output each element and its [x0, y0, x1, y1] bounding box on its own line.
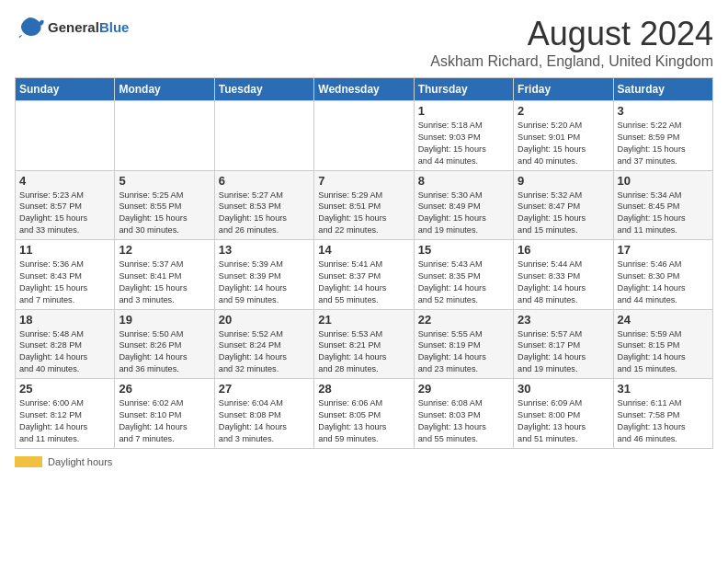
- day-info: Sunrise: 5:23 AM Sunset: 8:57 PM Dayligh…: [19, 190, 110, 237]
- logo: GeneralBlue: [15, 15, 129, 40]
- day-number: 25: [19, 382, 110, 396]
- day-number: 10: [618, 174, 709, 188]
- legend-label: Daylight hours: [48, 456, 112, 467]
- calendar-day-header: Thursday: [414, 78, 513, 101]
- day-number: 5: [119, 174, 210, 188]
- calendar-body: 1Sunrise: 5:18 AM Sunset: 9:03 PM Daylig…: [16, 101, 713, 449]
- day-info: Sunrise: 5:22 AM Sunset: 8:59 PM Dayligh…: [618, 120, 709, 167]
- logo-bird-icon: [15, 15, 44, 40]
- day-number: 26: [119, 382, 210, 396]
- calendar-day-cell: 15Sunrise: 5:43 AM Sunset: 8:35 PM Dayli…: [414, 240, 513, 310]
- day-number: 8: [418, 174, 509, 188]
- calendar-day-cell: 7Sunrise: 5:29 AM Sunset: 8:51 PM Daylig…: [314, 170, 414, 240]
- day-info: Sunrise: 5:44 AM Sunset: 8:33 PM Dayligh…: [518, 259, 609, 306]
- calendar-day-cell: 5Sunrise: 5:25 AM Sunset: 8:55 PM Daylig…: [115, 170, 214, 240]
- day-number: 29: [418, 382, 509, 396]
- day-number: 2: [518, 104, 609, 118]
- legend: Daylight hours: [15, 456, 713, 467]
- day-number: 7: [318, 174, 409, 188]
- day-info: Sunrise: 5:18 AM Sunset: 9:03 PM Dayligh…: [418, 120, 509, 167]
- day-number: 27: [219, 382, 310, 396]
- calendar-day-cell: 10Sunrise: 5:34 AM Sunset: 8:45 PM Dayli…: [613, 170, 712, 240]
- logo-text-general: General: [48, 19, 99, 35]
- calendar-day-cell: 21Sunrise: 5:53 AM Sunset: 8:21 PM Dayli…: [314, 309, 414, 379]
- day-number: 16: [518, 243, 609, 257]
- calendar-day-header: Tuesday: [214, 78, 313, 101]
- calendar-day-cell: 16Sunrise: 5:44 AM Sunset: 8:33 PM Dayli…: [514, 240, 613, 310]
- day-info: Sunrise: 5:55 AM Sunset: 8:19 PM Dayligh…: [418, 328, 509, 376]
- day-info: Sunrise: 5:41 AM Sunset: 8:37 PM Dayligh…: [318, 259, 409, 306]
- day-number: 23: [518, 313, 609, 327]
- day-info: Sunrise: 5:37 AM Sunset: 8:41 PM Dayligh…: [119, 259, 210, 306]
- calendar-day-cell: 19Sunrise: 5:50 AM Sunset: 8:26 PM Dayli…: [115, 309, 214, 379]
- day-number: 4: [19, 174, 110, 188]
- day-number: 28: [318, 382, 409, 396]
- day-info: Sunrise: 6:09 AM Sunset: 8:00 PM Dayligh…: [518, 397, 609, 445]
- calendar-day-cell: 12Sunrise: 5:37 AM Sunset: 8:41 PM Dayli…: [115, 240, 214, 310]
- calendar-week-row: 18Sunrise: 5:48 AM Sunset: 8:28 PM Dayli…: [16, 309, 713, 379]
- calendar-day-cell: [16, 101, 115, 171]
- calendar-day-cell: 6Sunrise: 5:27 AM Sunset: 8:53 PM Daylig…: [214, 170, 313, 240]
- calendar-day-cell: [214, 101, 313, 171]
- day-number: 15: [418, 243, 509, 257]
- day-info: Sunrise: 5:36 AM Sunset: 8:43 PM Dayligh…: [19, 259, 110, 306]
- day-info: Sunrise: 5:43 AM Sunset: 8:35 PM Dayligh…: [418, 259, 509, 306]
- calendar-day-cell: 11Sunrise: 5:36 AM Sunset: 8:43 PM Dayli…: [16, 240, 115, 310]
- day-info: Sunrise: 5:59 AM Sunset: 8:15 PM Dayligh…: [618, 328, 709, 376]
- day-number: 30: [518, 382, 609, 396]
- day-number: 19: [119, 313, 210, 327]
- day-info: Sunrise: 5:25 AM Sunset: 8:55 PM Dayligh…: [119, 190, 210, 237]
- day-number: 12: [119, 243, 210, 257]
- day-info: Sunrise: 5:48 AM Sunset: 8:28 PM Dayligh…: [19, 328, 110, 376]
- day-info: Sunrise: 5:39 AM Sunset: 8:39 PM Dayligh…: [219, 259, 310, 306]
- calendar-week-row: 25Sunrise: 6:00 AM Sunset: 8:12 PM Dayli…: [16, 379, 713, 449]
- calendar-day-cell: [115, 101, 214, 171]
- page-header: GeneralBlue August 2024 Askham Richard, …: [15, 15, 713, 70]
- calendar-day-cell: 29Sunrise: 6:08 AM Sunset: 8:03 PM Dayli…: [414, 379, 513, 449]
- day-info: Sunrise: 5:29 AM Sunset: 8:51 PM Dayligh…: [318, 190, 409, 237]
- day-number: 1: [418, 104, 509, 118]
- calendar-day-cell: 26Sunrise: 6:02 AM Sunset: 8:10 PM Dayli…: [115, 379, 214, 449]
- day-number: 6: [219, 174, 310, 188]
- calendar-day-cell: 18Sunrise: 5:48 AM Sunset: 8:28 PM Dayli…: [16, 309, 115, 379]
- day-number: 3: [618, 104, 709, 118]
- calendar-day-header: Monday: [115, 78, 214, 101]
- calendar-day-cell: 25Sunrise: 6:00 AM Sunset: 8:12 PM Dayli…: [16, 379, 115, 449]
- day-info: Sunrise: 6:00 AM Sunset: 8:12 PM Dayligh…: [19, 397, 110, 445]
- calendar-day-cell: 30Sunrise: 6:09 AM Sunset: 8:00 PM Dayli…: [514, 379, 613, 449]
- calendar-day-cell: 8Sunrise: 5:30 AM Sunset: 8:49 PM Daylig…: [414, 170, 513, 240]
- calendar-day-cell: 24Sunrise: 5:59 AM Sunset: 8:15 PM Dayli…: [613, 309, 712, 379]
- calendar-day-cell: 27Sunrise: 6:04 AM Sunset: 8:08 PM Dayli…: [214, 379, 313, 449]
- main-title: August 2024: [430, 15, 713, 53]
- calendar-day-header: Saturday: [613, 78, 712, 101]
- day-number: 9: [518, 174, 609, 188]
- title-area: August 2024 Askham Richard, England, Uni…: [430, 15, 713, 70]
- calendar-day-cell: 4Sunrise: 5:23 AM Sunset: 8:57 PM Daylig…: [16, 170, 115, 240]
- calendar-day-header: Sunday: [16, 78, 115, 101]
- day-number: 11: [19, 243, 110, 257]
- calendar-day-cell: 20Sunrise: 5:52 AM Sunset: 8:24 PM Dayli…: [214, 309, 313, 379]
- day-info: Sunrise: 5:50 AM Sunset: 8:26 PM Dayligh…: [119, 328, 210, 376]
- day-info: Sunrise: 5:27 AM Sunset: 8:53 PM Dayligh…: [219, 190, 310, 237]
- day-info: Sunrise: 5:53 AM Sunset: 8:21 PM Dayligh…: [318, 328, 409, 376]
- calendar-day-cell: 23Sunrise: 5:57 AM Sunset: 8:17 PM Dayli…: [514, 309, 613, 379]
- day-info: Sunrise: 5:52 AM Sunset: 8:24 PM Dayligh…: [219, 328, 310, 376]
- day-info: Sunrise: 6:06 AM Sunset: 8:05 PM Dayligh…: [318, 397, 409, 445]
- day-number: 18: [19, 313, 110, 327]
- day-info: Sunrise: 6:04 AM Sunset: 8:08 PM Dayligh…: [219, 397, 310, 445]
- day-info: Sunrise: 5:46 AM Sunset: 8:30 PM Dayligh…: [618, 259, 709, 306]
- calendar-day-header: Wednesday: [314, 78, 414, 101]
- day-info: Sunrise: 6:08 AM Sunset: 8:03 PM Dayligh…: [418, 397, 509, 445]
- calendar-day-cell: [314, 101, 414, 171]
- logo-text-blue: Blue: [99, 19, 130, 35]
- day-number: 21: [318, 313, 409, 327]
- calendar-day-cell: 1Sunrise: 5:18 AM Sunset: 9:03 PM Daylig…: [414, 101, 513, 171]
- calendar-week-row: 4Sunrise: 5:23 AM Sunset: 8:57 PM Daylig…: [16, 170, 713, 240]
- calendar-table: SundayMondayTuesdayWednesdayThursdayFrid…: [15, 77, 713, 449]
- day-info: Sunrise: 5:32 AM Sunset: 8:47 PM Dayligh…: [518, 190, 609, 237]
- calendar-day-cell: 14Sunrise: 5:41 AM Sunset: 8:37 PM Dayli…: [314, 240, 414, 310]
- day-info: Sunrise: 6:11 AM Sunset: 7:58 PM Dayligh…: [618, 397, 709, 445]
- calendar-day-cell: 17Sunrise: 5:46 AM Sunset: 8:30 PM Dayli…: [613, 240, 712, 310]
- calendar-day-cell: 28Sunrise: 6:06 AM Sunset: 8:05 PM Dayli…: [314, 379, 414, 449]
- legend-bar-icon: [15, 456, 42, 467]
